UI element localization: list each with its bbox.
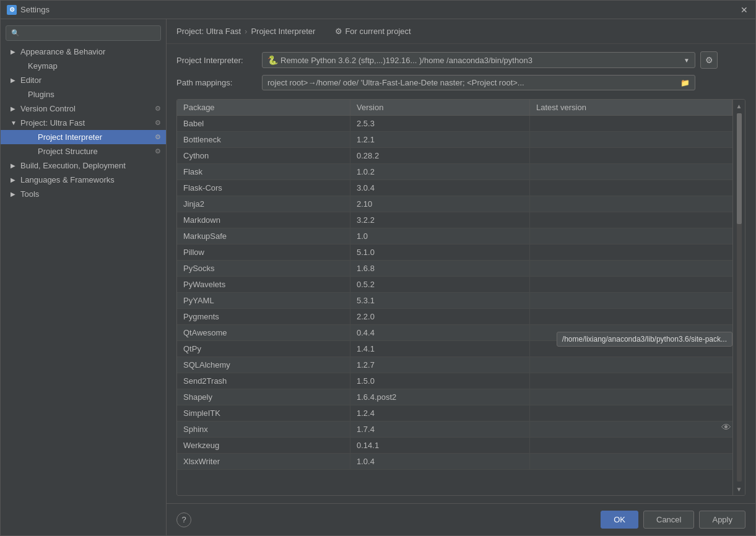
interpreter-settings-button[interactable]: ⚙ [700,51,718,69]
table-row[interactable]: PySocks 1.6.8 [177,261,745,277]
table-row[interactable]: XlsxWriter 1.0.4 [177,454,745,470]
td-version: 1.6.4.post2 [350,389,530,405]
interpreter-label: Project Interpreter: [176,56,257,65]
table-row[interactable]: Babel 2.5.3 [177,116,745,132]
browse-icon[interactable]: 📁 [680,79,690,87]
td-version: 1.0 [350,228,530,244]
td-version: 2.5.3 [350,116,530,131]
td-version: 5.1.0 [350,244,530,260]
arrow-icon: ▶ [11,77,18,84]
arrow-icon: ▶ [11,48,18,55]
td-package: MarkupSafe [177,228,350,244]
sidebar-item-editor[interactable]: ▶ Editor [1,73,166,87]
footer-left: ? [176,512,191,527]
table-row[interactable]: Flask-Cors 3.0.4 [177,180,745,196]
td-package: Jinja2 [177,196,350,212]
sidebar-item-languages-frameworks[interactable]: ▶ Languages & Frameworks [1,173,166,187]
close-button[interactable]: ✕ [739,5,749,15]
gear-icon: ⚙ [705,55,713,65]
table-row[interactable]: Jinja2 2.10 [177,196,745,212]
settings-icon: ⚙ [155,105,161,113]
td-latest [530,228,745,244]
scroll-up-button[interactable]: ▲ [733,100,745,112]
td-latest [530,132,745,147]
table-row[interactable]: Sphinx 1.7.4 [177,421,745,438]
table-row[interactable]: Werkzeug 0.14.1 [177,438,745,454]
td-latest [530,373,745,389]
td-latest [530,309,745,324]
path-mappings-label: Path mappings: [176,78,257,87]
td-latest [530,164,745,179]
interpreter-field[interactable]: 🐍 Remote Python 3.6.2 (sftp,...)192.16..… [262,52,695,68]
footer: ? OK Cancel Apply [167,503,755,535]
sidebar-item-label: Appearance & Behavior [20,47,105,56]
sidebar-item-appearance[interactable]: ▶ Appearance & Behavior [1,45,166,59]
sidebar-item-tools[interactable]: ▶ Tools [1,187,166,201]
td-package: QtAwesome [177,325,350,340]
td-latest [530,116,745,131]
sidebar-item-keymap[interactable]: Keymap [1,59,166,73]
table-row[interactable]: Markdown 3.2.2 [177,212,745,228]
td-package: Send2Trash [177,373,350,389]
sidebar-item-project-ultra-fast[interactable]: ▼ Project: Ultra Fast ⚙ [1,116,166,130]
cancel-button[interactable]: Cancel [643,511,694,529]
table-row[interactable]: PyWavelets 0.5.2 [177,277,745,293]
td-version: 0.5.2 [350,277,530,292]
td-package: Werkzeug [177,438,350,453]
scrollbar-track[interactable] [737,113,742,482]
sidebar-item-project-structure[interactable]: Project Structure ⚙ [1,144,166,158]
td-package: SQLAlchemy [177,357,350,373]
table-row[interactable]: Flask 1.0.2 [177,164,745,180]
td-package: Cython [177,148,350,163]
eye-button[interactable]: 👁 [721,422,731,433]
td-latest [530,438,745,453]
arrow-icon: ▶ [11,191,18,197]
scroll-down-button[interactable]: ▼ [733,483,745,495]
help-button[interactable]: ? [176,512,191,527]
table-row[interactable]: Bottleneck 1.2.1 [177,132,745,148]
path-mappings-field[interactable]: roject root>→/home/ ode/ 'Ultra-Fast-Lan… [262,75,695,90]
sidebar-item-project-interpreter[interactable]: Project Interpreter ⚙ [1,130,166,144]
sidebar-item-version-control[interactable]: ▶ Version Control ⚙ [1,102,166,116]
table-row[interactable]: Pygments 2.2.0 [177,309,745,325]
table-row[interactable]: SimpleITK 1.2.4 [177,405,745,421]
table-row[interactable]: MarkupSafe 1.0 [177,228,745,244]
table-row[interactable]: Shapely 1.6.4.post2 [177,389,745,405]
sidebar: 🔍 ▶ Appearance & Behavior Keymap ▶ Edito… [1,19,167,535]
td-version: 1.2.7 [350,357,530,373]
col-header-version: Version [350,100,530,115]
for-current-project-tab[interactable]: ⚙ For current project [331,25,414,37]
settings-icon: ⚙ [155,119,161,127]
tab-label: For current project [345,27,411,36]
breadcrumb-current: Project Interpreter [251,27,315,36]
table-row[interactable]: Pillow 5.1.0 [177,244,745,261]
td-version: 1.7.4 [350,421,530,437]
ok-button[interactable]: OK [601,511,638,529]
td-latest [530,421,745,437]
table-row[interactable]: Cython 0.28.2 [177,148,745,164]
td-version: 1.4.1 [350,341,530,357]
path-mappings-row: Path mappings: roject root>→/home/ ode/ … [176,75,745,90]
settings-window: ⚙ Settings ✕ 🔍 ▶ Appearance & Behavior K… [0,0,756,536]
sidebar-item-plugins[interactable]: Plugins [1,87,166,102]
table-row[interactable]: SQLAlchemy 1.2.7 [177,357,745,373]
sidebar-item-label: Keymap [28,61,58,71]
scrollbar-thumb [737,113,742,224]
sidebar-item-build-execution[interactable]: ▶ Build, Execution, Deployment [1,158,166,173]
table-row[interactable]: Send2Trash 1.5.0 [177,373,745,389]
search-input[interactable] [24,28,155,38]
td-version: 0.4.4 [350,325,530,340]
breadcrumb: Project: Ultra Fast › Project Interprete… [167,19,755,44]
td-package: Bottleneck [177,132,350,147]
td-version: 3.0.4 [350,180,530,196]
td-version: 5.3.1 [350,293,530,308]
td-version: 1.6.8 [350,261,530,276]
td-latest [530,180,745,196]
arrow-icon: ▶ [11,162,18,169]
settings-icon: ⚙ [155,147,161,155]
table-row[interactable]: PyYAML 5.3.1 [177,293,745,309]
apply-button[interactable]: Apply [699,511,745,529]
search-box[interactable]: 🔍 [6,25,161,41]
sidebar-item-label: Editor [20,76,41,85]
td-version: 1.5.0 [350,373,530,389]
